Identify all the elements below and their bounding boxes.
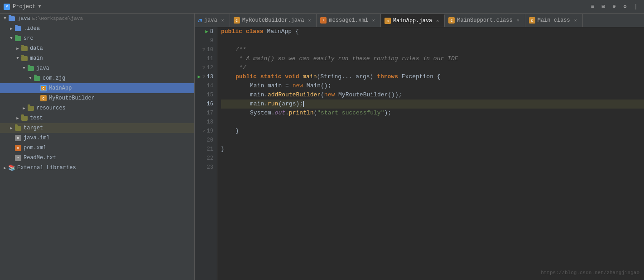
tab-xml-icon: X bbox=[320, 17, 327, 24]
item-label: src bbox=[24, 35, 34, 42]
no-arrow bbox=[8, 135, 14, 141]
tab-bar: m java ✕ C MyRouteBuilder.java ✕ X messa… bbox=[195, 14, 644, 27]
item-label: test bbox=[30, 115, 43, 121]
tab-close-message1[interactable]: ✕ bbox=[370, 17, 377, 24]
run-arrow-8: ▶ bbox=[205, 27, 208, 36]
sidebar-item-java-dir[interactable]: ▼ java bbox=[0, 63, 194, 73]
expand-arrow: ▼ bbox=[27, 75, 34, 81]
sidebar-item-main[interactable]: ▼ main bbox=[0, 53, 194, 63]
tab-label: MainApp.java bbox=[393, 18, 432, 24]
code-line-23 bbox=[221, 163, 644, 172]
line-num-15: 15 bbox=[197, 90, 213, 100]
sidebar-item-mainapp[interactable]: C MainApp bbox=[0, 83, 194, 93]
sidebar-item-myroutebuilder[interactable]: C MyRouteBuilder bbox=[0, 93, 194, 103]
item-label: java.iml bbox=[24, 135, 50, 141]
tab-mainapp[interactable]: C MainApp.java ✕ bbox=[381, 14, 445, 27]
sidebar-item-test[interactable]: ▶ test bbox=[0, 113, 194, 123]
folder-src-icon bbox=[14, 35, 22, 42]
line-num-11: 11 bbox=[197, 54, 213, 63]
watermark: https://blog.csdn.net/zhangjingao bbox=[541, 270, 639, 275]
item-label: target bbox=[24, 125, 43, 131]
line-num-12: ▽ 12 bbox=[197, 63, 213, 72]
collapse-13: ▽ bbox=[202, 72, 205, 81]
tab-label: MainSupport.class bbox=[457, 17, 512, 24]
java-main-icon: C bbox=[40, 85, 47, 92]
xml-icon: m bbox=[14, 144, 22, 152]
filter-icon[interactable]: ⊟ bbox=[599, 2, 608, 11]
line-numbers: ▶ 8 9 ▽ 10 11 ▽ 12 ▶ bbox=[195, 27, 217, 280]
item-label: data bbox=[30, 45, 43, 52]
folder-src-icon bbox=[34, 75, 41, 82]
sidebar-item-resources[interactable]: ▶ resources bbox=[0, 103, 194, 113]
expand-arrow: ▶ bbox=[8, 125, 14, 131]
line-num-10: ▽ 10 bbox=[197, 45, 213, 54]
tab-close-main-class[interactable]: ✕ bbox=[572, 17, 579, 24]
tab-label: java bbox=[204, 17, 217, 24]
code-line-10: /** bbox=[221, 45, 644, 54]
extlib-icon: 📚 bbox=[8, 164, 15, 171]
item-label: pom.xml bbox=[24, 145, 46, 151]
collapse-19: ▽ bbox=[202, 127, 205, 136]
folder-src-icon bbox=[27, 65, 34, 72]
no-arrow bbox=[8, 145, 14, 151]
code-line-11: * A main() so we can easily run these ro… bbox=[221, 54, 644, 63]
sidebar-item-pom-xml[interactable]: m pom.xml bbox=[0, 143, 194, 153]
tab-label: Main class bbox=[538, 17, 570, 24]
sidebar-item-data[interactable]: ▶ data bbox=[0, 43, 194, 53]
tab-close-myroutebuilder[interactable]: ✕ bbox=[306, 17, 312, 24]
tab-c-icon: C bbox=[448, 17, 455, 24]
item-label: resources bbox=[36, 105, 66, 111]
line-num-18: 18 bbox=[197, 118, 213, 127]
expand-arrow: ▼ bbox=[21, 65, 27, 71]
item-label: MainApp bbox=[49, 85, 72, 91]
item-label: .idea bbox=[24, 25, 40, 32]
title-bar-actions: ≡ ⊟ ⊕ ⚙ | bbox=[588, 2, 640, 11]
code-line-13: public static void main(String... args) … bbox=[221, 72, 644, 81]
tab-close-mainsupport[interactable]: ✕ bbox=[515, 17, 521, 24]
expand-arrow: ▶ bbox=[14, 115, 21, 121]
folder-icon bbox=[21, 45, 28, 52]
tab-mainsupport[interactable]: C MainSupport.class ✕ bbox=[445, 14, 525, 27]
sidebar-item-idea[interactable]: ▶ .idea bbox=[0, 24, 194, 33]
sidebar-item-com-zjg[interactable]: ▼ com.zjg bbox=[0, 73, 194, 83]
tab-main-class[interactable]: C Main class ✕ bbox=[525, 14, 583, 27]
tab-message1[interactable]: X message1.xml ✕ bbox=[317, 14, 380, 27]
close-icon[interactable]: | bbox=[631, 2, 640, 11]
expand-arrow: ▼ bbox=[14, 55, 21, 62]
item-label: ReadMe.txt bbox=[24, 155, 56, 161]
line-num-9: 9 bbox=[197, 36, 213, 45]
sidebar-item-target[interactable]: ▶ target bbox=[0, 123, 194, 133]
code-line-16: main.run(args); bbox=[221, 100, 644, 109]
code-editor[interactable]: ▶ 8 9 ▽ 10 11 ▽ 12 ▶ bbox=[195, 27, 644, 280]
tab-close-mainapp[interactable]: ✕ bbox=[434, 18, 441, 24]
tab-m-icon: m bbox=[198, 17, 202, 24]
tab-java[interactable]: m java ✕ bbox=[195, 14, 230, 27]
sidebar-item-java-iml[interactable]: m java.iml bbox=[0, 133, 194, 143]
editor-area: m java ✕ C MyRouteBuilder.java ✕ X messa… bbox=[195, 14, 644, 280]
settings-icon[interactable]: ≡ bbox=[588, 2, 597, 11]
main-layout: ▼ java E:\workspace\java ▶ .idea ▼ src bbox=[0, 14, 644, 280]
tab-close-java[interactable]: ✕ bbox=[220, 17, 226, 24]
project-label: Project bbox=[13, 4, 35, 10]
line-num-13: ▶ ▽ 13 bbox=[197, 72, 213, 81]
no-arrow bbox=[8, 155, 14, 161]
code-line-21: } bbox=[221, 145, 644, 154]
expand-arrow: ▼ bbox=[8, 35, 14, 42]
sidebar-item-src[interactable]: ▼ src bbox=[0, 33, 194, 43]
item-label: MyRouteBuilder bbox=[49, 95, 95, 101]
gear-icon[interactable]: ⚙ bbox=[620, 2, 630, 11]
iml-icon: m bbox=[14, 134, 22, 142]
tab-myroutebuilder[interactable]: C MyRouteBuilder.java ✕ bbox=[230, 14, 317, 27]
tab-c-icon: C bbox=[384, 18, 391, 24]
sidebar-item-java-root[interactable]: ▼ java E:\workspace\java bbox=[0, 14, 194, 24]
folder-blue-icon bbox=[14, 25, 22, 32]
expand-icon[interactable]: ⊕ bbox=[610, 2, 619, 11]
sidebar: ▼ java E:\workspace\java ▶ .idea ▼ src bbox=[0, 14, 195, 280]
code-line-22 bbox=[221, 154, 644, 163]
sidebar-item-external-libraries[interactable]: ▶ 📚 External Libraries bbox=[0, 163, 194, 173]
tab-label: message1.xml bbox=[329, 17, 368, 24]
collapse-12: ▽ bbox=[202, 63, 205, 72]
item-path: E:\workspace\java bbox=[32, 16, 83, 21]
sidebar-item-readme[interactable]: ≡ ReadMe.txt bbox=[0, 153, 194, 163]
expand-arrow: ▶ bbox=[21, 105, 27, 111]
